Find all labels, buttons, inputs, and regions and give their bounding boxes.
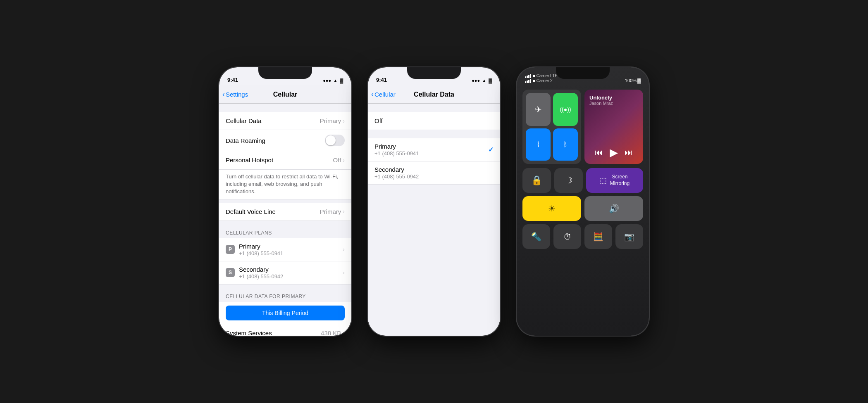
flashlight-icon: 🔦 (531, 232, 541, 242)
cellular-option-off[interactable]: Off (368, 112, 500, 130)
dnd-tile[interactable]: ☽ (554, 168, 583, 193)
battery-icon-1: ▓ (340, 78, 343, 83)
secondary-plan-row[interactable]: S Secondary +1 (408) 555-0942 › (219, 261, 351, 284)
personal-hotspot-label: Personal Hotspot (226, 156, 273, 164)
status-icons-2: ●●● ▲ ▓ (472, 78, 492, 83)
signal-icon-2: ●●● (472, 78, 480, 83)
bluetooth-icon: ᛒ (563, 141, 568, 148)
wifi-icon-1: ▲ (333, 78, 338, 83)
phone-2: 9:41 ●●● ▲ ▓ ‹ Cellular Cellular Data Of… (368, 67, 500, 336)
nav-back-1[interactable]: ‹ Settings (222, 90, 248, 99)
system-services-row[interactable]: System Services 438 KB › (219, 324, 351, 336)
settings-content-1: Cellular Data Primary › Data Roaming Per… (219, 104, 351, 336)
default-voice-value: Primary › (320, 208, 345, 215)
cellular-data-row[interactable]: Cellular Data Primary › (219, 112, 351, 130)
primary-plan-chevron: › (343, 246, 345, 253)
screen-mirror-tile[interactable]: ⬚ ScreenMirroring (586, 168, 643, 193)
rotation-tile[interactable]: 🔒 (522, 168, 551, 193)
screen-mirror-icon: ⬚ (600, 176, 607, 185)
option-primary-label: Primary (374, 143, 419, 150)
camera-tile[interactable]: 📷 (615, 224, 643, 249)
cellular-option-secondary[interactable]: Secondary +1 (408) 555-0942 (368, 161, 500, 185)
calculator-tile[interactable]: 🧮 (584, 224, 612, 249)
nav-back-2[interactable]: ‹ Cellular (371, 90, 396, 99)
back-arrow-2: ‹ (371, 90, 374, 99)
phone-1-screen: 9:41 ●●● ▲ ▓ ‹ Settings Cellular Cellula… (219, 67, 351, 336)
next-btn[interactable]: ⏭ (625, 148, 633, 157)
cellular-info-text: Turn off cellular data to restrict all d… (219, 169, 351, 199)
data-roaming-toggle[interactable] (325, 135, 345, 146)
rotation-icon: 🔒 (531, 175, 542, 186)
system-services-value: 438 KB › (321, 330, 345, 336)
option-secondary-label: Secondary (374, 166, 419, 173)
cellular-data-label: Cellular Data (226, 117, 262, 124)
default-voice-row[interactable]: Default Voice Line Primary › (219, 203, 351, 221)
secondary-plan-label: Secondary (239, 266, 283, 273)
airplane-btn[interactable]: ✈ (526, 93, 551, 126)
media-artist: Jason Mraz (589, 101, 638, 106)
personal-hotspot-value: Off › (333, 156, 345, 164)
carrier-1-row: ■ Carrier LTE (525, 73, 558, 78)
primary-plan-row[interactable]: P Primary +1 (408) 555-0941 › (219, 238, 351, 261)
back-label-1: Settings (226, 91, 248, 98)
billing-tab-wrapper: This Billing Period (219, 302, 351, 324)
battery-icon-2: ▓ (489, 78, 492, 83)
carrier-info: ■ Carrier LTE ■ Carrier 2 (525, 73, 558, 83)
system-services-chevron: › (343, 330, 345, 336)
carrier-2-label: ■ Carrier 2 (533, 78, 553, 83)
data-roaming-row[interactable]: Data Roaming (219, 130, 351, 151)
nav-title-1: Cellular (273, 91, 298, 98)
cellular-plans-header: CELLULAR PLANS (219, 228, 351, 238)
cellular-btn[interactable]: ((●)) (553, 93, 578, 126)
option-primary-sub: +1 (408) 555-0941 (374, 150, 419, 156)
network-tile: ✈ ((●)) ⌇ ᛒ (522, 90, 581, 164)
bluetooth-btn[interactable]: ᛒ (553, 128, 578, 161)
timer-tile[interactable]: ⏱ (553, 224, 581, 249)
signal-icon-1: ●●● (323, 78, 331, 83)
system-services-label: System Services (226, 330, 272, 336)
battery-bar: ▓ (637, 78, 641, 83)
phone-1: 9:41 ●●● ▲ ▓ ‹ Settings Cellular Cellula… (219, 67, 351, 336)
prev-btn[interactable]: ⏮ (595, 148, 603, 157)
volume-icon: 🔊 (609, 204, 619, 213)
phone-2-screen: 9:41 ●●● ▲ ▓ ‹ Cellular Cellular Data Of… (368, 67, 500, 336)
primary-plan-icon: P (226, 245, 235, 254)
brightness-tile[interactable]: ☀ (522, 196, 581, 221)
cellular-data-chevron: › (343, 118, 345, 124)
cc-battery: 100% ▓ (625, 78, 641, 83)
secondary-plan-icon: S (226, 268, 235, 277)
wifi-icon: ⌇ (537, 140, 540, 149)
volume-tile[interactable]: 🔊 (584, 196, 643, 221)
dnd-icon: ☽ (565, 175, 573, 186)
carrier-2-row: ■ Carrier 2 (525, 78, 558, 83)
data-roaming-label: Data Roaming (226, 137, 265, 144)
secondary-plan-sub: +1 (408) 555-0942 (239, 273, 283, 280)
primary-plan-label: Primary (239, 243, 283, 250)
flashlight-tile[interactable]: 🔦 (522, 224, 550, 249)
personal-hotspot-chevron: › (343, 157, 345, 164)
billing-tab[interactable]: This Billing Period (226, 306, 345, 320)
status-time-2: 9:41 (376, 77, 387, 83)
play-btn[interactable]: ▶ (610, 146, 618, 159)
carrier-1-label: ■ Carrier LTE (533, 73, 558, 78)
nav-title-2: Cellular Data (414, 91, 454, 98)
cc-grid-row1: ✈ ((●)) ⌇ ᛒ Unlonely Jas (517, 85, 649, 168)
option-off-label: Off (374, 117, 383, 124)
personal-hotspot-row[interactable]: Personal Hotspot Off › (219, 151, 351, 169)
notch-1 (258, 67, 312, 79)
option-secondary-sub: +1 (408) 555-0942 (374, 173, 419, 180)
cellular-data-value: Primary › (320, 117, 345, 124)
notch-3 (556, 67, 610, 79)
cc-sliders: ☀ 🔊 (517, 196, 649, 221)
media-tile: Unlonely Jason Mraz ⏮ ▶ ⏭ (584, 90, 643, 164)
notch-2 (407, 67, 461, 79)
cellular-icon: ((●)) (560, 106, 571, 113)
wifi-btn[interactable]: ⌇ (526, 128, 551, 161)
primary-checkmark: ✓ (488, 146, 494, 154)
media-controls: ⏮ ▶ ⏭ (589, 146, 638, 159)
brightness-icon: ☀ (548, 204, 556, 213)
wifi-icon-2: ▲ (482, 78, 486, 83)
status-icons-1: ●●● ▲ ▓ (323, 78, 343, 83)
screen-mirror-label: ScreenMirroring (610, 174, 630, 187)
cellular-option-primary[interactable]: Primary +1 (408) 555-0941 ✓ (368, 138, 500, 161)
